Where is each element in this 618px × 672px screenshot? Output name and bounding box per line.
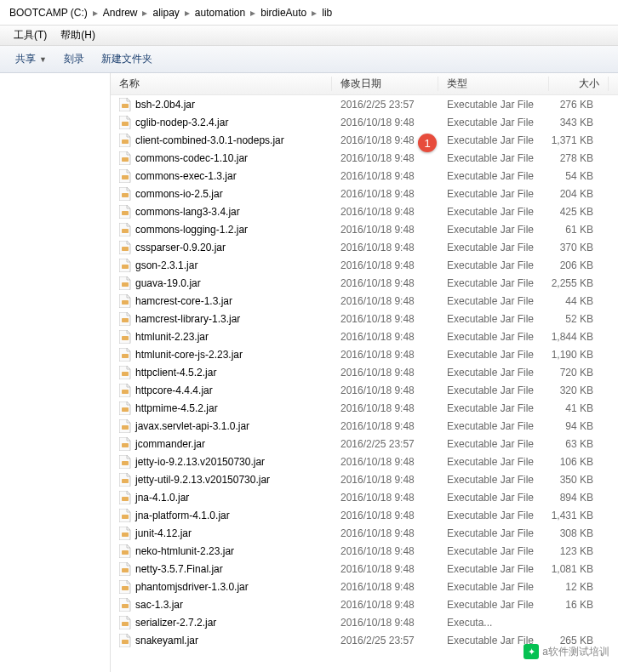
- file-row[interactable]: serializer-2.7.2.jar2016/10/18 9:48Execu…: [111, 613, 618, 631]
- file-row[interactable]: client-combined-3.0.1-nodeps.jar2016/10/…: [111, 131, 618, 149]
- navigation-pane[interactable]: [0, 73, 111, 672]
- file-name: gson-2.3.1.jar: [135, 259, 197, 271]
- file-row[interactable]: hamcrest-library-1.3.jar2016/10/18 9:48E…: [111, 310, 618, 327]
- jar-file-icon: [119, 348, 131, 362]
- file-size: 1,844 KB: [549, 331, 609, 343]
- file-row[interactable]: jetty-io-9.2.13.v20150730.jar2016/10/18 …: [111, 453, 618, 470]
- file-row[interactable]: htmlunit-2.23.jar2016/10/18 9:48Executab…: [111, 327, 618, 345]
- file-row[interactable]: cssparser-0.9.20.jar2016/10/18 9:48Execu…: [111, 238, 618, 256]
- file-size: 94 KB: [549, 420, 609, 432]
- jar-file-icon: [119, 634, 131, 647]
- jar-file-icon: [119, 187, 131, 201]
- file-row[interactable]: cglib-nodep-3.2.4.jar2016/10/18 9:48Exec…: [111, 113, 618, 131]
- breadcrumb-item[interactable]: birdieAuto: [258, 7, 309, 19]
- file-row[interactable]: bsh-2.0b4.jar2016/2/25 23:57Executable J…: [111, 95, 618, 113]
- svg-rect-28: [122, 604, 129, 608]
- file-date: 2016/10/18 9:48: [332, 599, 438, 611]
- menu-tools[interactable]: 工具(T): [7, 28, 54, 43]
- file-row[interactable]: phantomjsdriver-1.3.0.jar2016/10/18 9:48…: [111, 578, 618, 595]
- file-date: 2016/10/18 9:48: [332, 563, 438, 575]
- file-row[interactable]: sac-1.3.jar2016/10/18 9:48Executable Jar…: [111, 595, 618, 613]
- file-type: Executable Jar File: [438, 510, 549, 521]
- file-row[interactable]: javax.servlet-api-3.1.0.jar2016/10/18 9:…: [111, 417, 618, 435]
- svg-rect-7: [122, 229, 129, 233]
- file-row[interactable]: commons-lang3-3.4.jar2016/10/18 9:48Exec…: [111, 202, 618, 220]
- columns-header[interactable]: 名称 修改日期 类型 大小: [111, 73, 618, 95]
- menu-help[interactable]: 帮助(H): [54, 28, 102, 43]
- jar-file-icon: [119, 169, 131, 183]
- jar-file-icon: [119, 598, 131, 612]
- file-type: Executable Jar File: [438, 295, 549, 307]
- file-list: bsh-2.0b4.jar2016/2/25 23:57Executable J…: [111, 95, 618, 649]
- breadcrumb[interactable]: BOOTCAMP (C:)▸Andrew▸alipay▸automation▸b…: [0, 0, 618, 26]
- file-name: javax.servlet-api-3.1.0.jar: [135, 420, 249, 432]
- chevron-right-icon: ▸: [248, 7, 258, 19]
- file-name-cell: cssparser-0.9.20.jar: [111, 241, 332, 254]
- file-name-cell: commons-codec-1.10.jar: [111, 151, 332, 165]
- file-name-cell: hamcrest-core-1.3.jar: [111, 294, 332, 308]
- svg-rect-14: [122, 354, 129, 358]
- file-row[interactable]: guava-19.0.jar2016/10/18 9:48Executable …: [111, 274, 618, 292]
- jar-file-icon: [119, 330, 131, 344]
- file-size: 54 KB: [549, 170, 609, 182]
- file-size: 894 KB: [549, 492, 609, 504]
- file-name: neko-htmlunit-2.23.jar: [135, 545, 234, 557]
- svg-rect-26: [122, 568, 129, 572]
- file-name-cell: jna-platform-4.1.0.jar: [111, 509, 332, 522]
- file-size: 61 KB: [549, 224, 609, 236]
- file-row[interactable]: commons-codec-1.10.jar2016/10/18 9:48Exe…: [111, 149, 618, 167]
- file-type: Executable Jar File: [438, 456, 549, 468]
- svg-rect-30: [122, 640, 129, 644]
- file-row[interactable]: commons-logging-1.2.jar2016/10/18 9:48Ex…: [111, 220, 618, 238]
- file-name-cell: client-combined-3.0.1-nodeps.jar: [111, 134, 332, 147]
- file-row[interactable]: jetty-util-9.2.13.v20150730.jar2016/10/1…: [111, 470, 618, 488]
- file-row[interactable]: jna-platform-4.1.0.jar2016/10/18 9:48Exe…: [111, 506, 618, 524]
- file-size: 278 KB: [549, 152, 609, 164]
- file-row[interactable]: netty-3.5.7.Final.jar2016/10/18 9:48Exec…: [111, 560, 618, 578]
- chevron-right-icon: ▸: [182, 7, 192, 19]
- breadcrumb-item[interactable]: lib: [319, 7, 335, 19]
- file-row[interactable]: junit-4.12.jar2016/10/18 9:48Executable …: [111, 524, 618, 542]
- file-name: jetty-io-9.2.13.v20150730.jar: [135, 456, 265, 468]
- chevron-right-icon: ▸: [90, 7, 100, 19]
- column-name[interactable]: 名称: [111, 77, 332, 91]
- file-row[interactable]: commons-io-2.5.jar2016/10/18 9:48Executa…: [111, 185, 618, 202]
- breadcrumb-item[interactable]: Andrew: [100, 7, 140, 19]
- svg-rect-0: [122, 104, 129, 108]
- file-size: 308 KB: [549, 527, 609, 539]
- file-row[interactable]: gson-2.3.1.jar2016/10/18 9:48Executable …: [111, 256, 618, 274]
- svg-rect-2: [122, 140, 129, 144]
- jar-file-icon: [119, 562, 131, 576]
- column-type[interactable]: 类型: [438, 77, 549, 91]
- column-size[interactable]: 大小: [549, 77, 609, 91]
- breadcrumb-item[interactable]: BOOTCAMP (C:): [7, 7, 90, 19]
- file-row[interactable]: neko-htmlunit-2.23.jar2016/10/18 9:48Exe…: [111, 542, 618, 560]
- svg-rect-23: [122, 515, 129, 519]
- file-type: Executable Jar File: [438, 349, 549, 361]
- file-size: 720 KB: [549, 367, 609, 379]
- file-name-cell: httpclient-4.5.2.jar: [111, 366, 332, 379]
- file-date: 2016/10/18 9:48: [332, 402, 438, 414]
- toolbar-burn[interactable]: 刻录: [55, 52, 93, 66]
- file-name: htmlunit-core-js-2.23.jar: [135, 349, 243, 361]
- jar-file-icon: [119, 527, 131, 540]
- file-row[interactable]: httpmime-4.5.2.jar2016/10/18 9:48Executa…: [111, 399, 618, 417]
- breadcrumb-item[interactable]: automation: [192, 7, 248, 19]
- file-row[interactable]: httpclient-4.5.2.jar2016/10/18 9:48Execu…: [111, 363, 618, 381]
- file-row[interactable]: htmlunit-core-js-2.23.jar2016/10/18 9:48…: [111, 345, 618, 363]
- file-date: 2016/10/18 9:48: [332, 206, 438, 218]
- jar-file-icon: [119, 509, 131, 522]
- file-row[interactable]: commons-exec-1.3.jar2016/10/18 9:48Execu…: [111, 167, 618, 185]
- column-date[interactable]: 修改日期: [332, 77, 438, 91]
- file-row[interactable]: jcommander.jar2016/2/25 23:57Executable …: [111, 435, 618, 453]
- file-row[interactable]: jna-4.1.0.jar2016/10/18 9:48Executable J…: [111, 488, 618, 506]
- file-row[interactable]: httpcore-4.4.4.jar2016/10/18 9:48Executa…: [111, 381, 618, 399]
- watermark-text: a软件测试培训: [542, 645, 609, 659]
- breadcrumb-item[interactable]: alipay: [150, 7, 181, 19]
- menubar: 工具(T) 帮助(H): [0, 26, 618, 46]
- svg-rect-17: [122, 407, 129, 412]
- file-row[interactable]: hamcrest-core-1.3.jar2016/10/18 9:48Exec…: [111, 292, 618, 310]
- file-type: Executable Jar File: [438, 492, 549, 504]
- toolbar-new-folder[interactable]: 新建文件夹: [93, 52, 161, 66]
- toolbar-share[interactable]: 共享▼: [7, 52, 55, 66]
